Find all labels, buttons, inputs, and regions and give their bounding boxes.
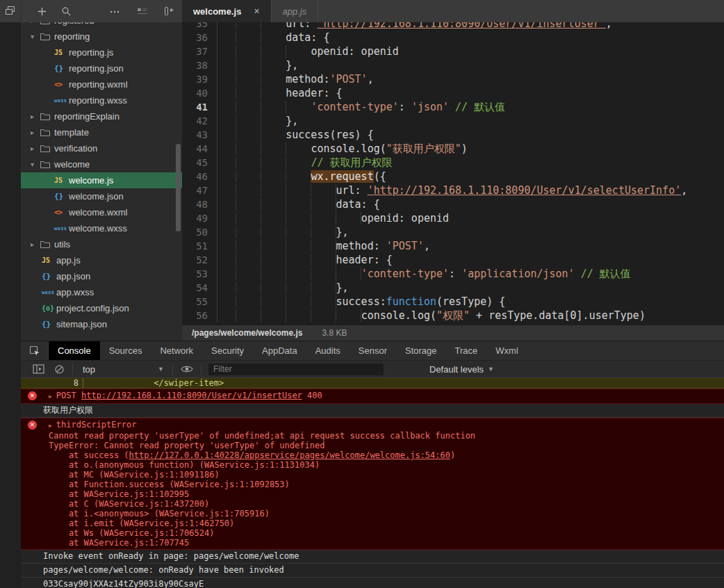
chevron-down-icon[interactable]: ▾ [31,156,40,172]
tree-folder-utils[interactable]: ▸utils [21,236,182,252]
log-levels-dropdown[interactable]: Default levels ▼ [429,364,494,375]
devtools-tab-trace[interactable]: Trace [446,341,487,360]
code-line[interactable]: header: { [236,86,724,100]
tree-file-welcome.wxss[interactable]: wxsswelcome.wxss [21,220,182,236]
code-line[interactable]: openid: openid [236,211,724,225]
console-row[interactable]: ×▶POST http://192.168.1.110:8090/User/v1… [21,389,724,404]
chevron-right-icon[interactable]: ▸ [31,140,40,156]
devtools-tab-console[interactable]: Console [49,341,100,360]
line-number[interactable]: 54 [182,281,208,295]
code-line[interactable]: data: { [236,197,724,211]
code-line[interactable]: console.log("权限" + resType.data[0].userT… [236,309,724,322]
code-line[interactable]: header: { [236,253,724,267]
tree-file-project.config.json[interactable]: {o}project.config.json [21,300,182,316]
line-number[interactable]: 38 [182,58,208,72]
chevron-right-icon[interactable]: ▸ [31,124,40,140]
tab-app.js[interactable]: app.js [271,0,319,22]
tree-folder-verification[interactable]: ▸verification [21,140,182,156]
devtools-tab-storage[interactable]: Storage [396,341,446,360]
tab-welcome.js[interactable]: welcome.js× [182,0,271,22]
line-number[interactable]: 42 [182,114,208,128]
console-link[interactable]: http://192.168.1.110:8090/User/v1/insert… [81,391,302,400]
new-file-icon[interactable] [37,6,47,17]
devtools-tab-sources[interactable]: Sources [100,341,151,360]
eye-icon[interactable] [181,365,193,373]
code-line[interactable]: openid: openid [236,44,724,58]
console-row[interactable]: ×▶thirdScriptErrorCannot read property '… [21,418,724,550]
tree-file-sitemap.json[interactable]: {}sitemap.json [21,316,182,332]
tree-file-app.wxss[interactable]: wxssapp.wxss [21,284,182,300]
line-number[interactable]: 40 [182,86,208,100]
line-number[interactable]: 41 [182,100,208,114]
line-number[interactable]: 43 [182,128,208,142]
expand-caret-icon[interactable]: ▶ [49,393,52,400]
line-number[interactable]: 53 [182,267,208,281]
code-line[interactable]: }, [236,281,724,295]
line-number[interactable]: 36 [182,31,208,44]
filter-input[interactable] [208,364,384,375]
devtools-tab-appdata[interactable]: AppData [253,341,306,360]
clear-console-icon[interactable] [54,364,65,375]
code-line[interactable]: }, [236,225,724,239]
tree-file-reporting.json[interactable]: {}reporting.json [21,60,182,76]
search-icon[interactable] [61,6,72,17]
code-line[interactable]: console.log("获取用户权限") [236,142,724,156]
line-number[interactable]: 46 [182,170,208,183]
line-number[interactable]: 51 [182,239,208,253]
context-selector[interactable]: top ▼ [76,364,170,375]
devtools-tab-wxml[interactable]: Wxml [486,341,527,360]
line-number[interactable]: 39 [182,72,208,86]
devtools-tab-audits[interactable]: Audits [306,341,349,360]
tree-file-welcome.js[interactable]: JSwelcome.js [21,172,182,188]
collapse-editor-icon[interactable] [163,6,174,17]
outline-icon[interactable] [137,6,148,16]
more-icon[interactable] [109,6,120,17]
devtools-tab-network[interactable]: Network [151,341,202,360]
line-number[interactable]: 55 [182,295,208,309]
line-number[interactable]: 45 [182,156,208,170]
line-number[interactable]: 35 [182,22,208,31]
windows-icon[interactable] [0,6,21,17]
line-number[interactable]: 50 [182,225,208,239]
line-number[interactable]: 52 [182,253,208,267]
code-line[interactable]: 'content-type': 'json' // 默认值 [236,100,724,114]
line-number[interactable]: 44 [182,142,208,156]
close-icon[interactable]: × [254,6,259,17]
tree-folder-registered[interactable]: ▸registered [21,22,182,28]
chevron-down-icon[interactable]: ▾ [31,28,40,44]
code-line[interactable]: wx.request({ [236,170,724,183]
tree-file-reporting.wxml[interactable]: <>reporting.wxml [21,76,182,92]
code-line[interactable]: }, [236,58,724,72]
toggle-sidebar-icon[interactable] [33,364,44,374]
code-line[interactable]: }, [236,114,724,128]
code-line[interactable]: // 获取用户权限 [236,156,724,170]
code-line[interactable]: success:function(resType) { [236,295,724,309]
console-link[interactable]: http://127.0.0.1:40228/appservice/pages/… [129,450,450,460]
chevron-right-icon[interactable]: ▸ [31,22,40,28]
chevron-right-icon[interactable]: ▸ [31,236,40,252]
chevron-right-icon[interactable]: ▸ [31,108,40,124]
inspect-icon[interactable] [21,341,49,360]
devtools-tab-sensor[interactable]: Sensor [349,341,396,360]
code-line[interactable]: method:'POST', [236,72,724,86]
code-editor[interactable]: 3536373839404142434445464748495051525354… [182,22,724,325]
code-line[interactable]: method: 'POST', [236,239,724,253]
devtools-tab-security[interactable]: Security [202,341,253,360]
tree-file-reporting.js[interactable]: JSreporting.js [21,44,182,60]
tree-folder-reporting[interactable]: ▾reporting [21,28,182,44]
line-number[interactable]: 49 [182,211,208,225]
code-line[interactable]: url: 'http://192.168.1.110:8090/User/v1/… [236,183,724,197]
code-line[interactable]: data: { [236,31,724,44]
tree-folder-template[interactable]: ▸template [21,124,182,140]
tree-file-reporting.wxss[interactable]: wxssreporting.wxss [21,92,182,108]
line-number[interactable]: 47 [182,183,208,197]
code-line[interactable]: success(res) { [236,128,724,142]
tree-file-app.json[interactable]: {}app.json [21,268,182,284]
tree-file-welcome.json[interactable]: {}welcome.json [21,188,182,204]
tree-file-welcome.wxml[interactable]: <>welcome.wxml [21,204,182,220]
tree-folder-reportingExplain[interactable]: ▸reportingExplain [21,108,182,124]
tree-scrollbar[interactable] [176,144,181,231]
line-number[interactable]: 56 [182,309,208,322]
code-line[interactable]: url: 'http://192.168.1.110:8090/User/v1/… [236,22,724,31]
tree-folder-welcome[interactable]: ▾welcome [21,156,182,172]
